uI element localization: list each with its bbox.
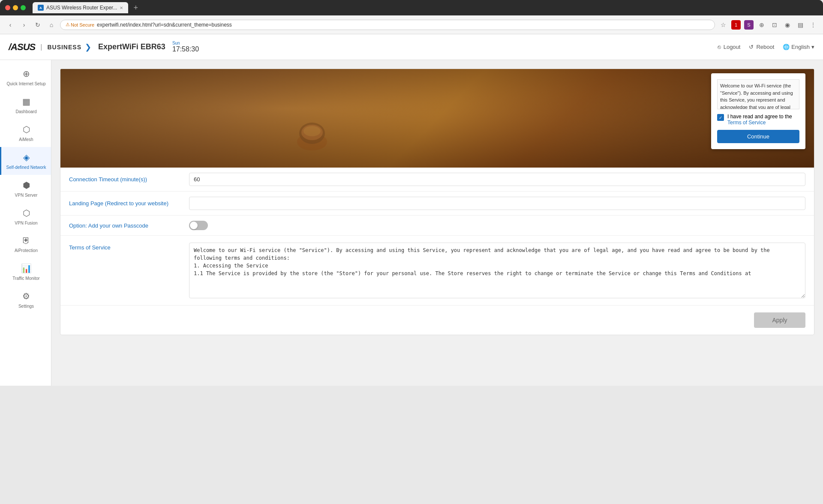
tab-favicon: A — [38, 5, 44, 11]
brand: /ASUS | BUSINESS ❯ ExpertWiFi EBR63 — [9, 42, 165, 53]
traffic-monitor-icon: 📊 — [21, 263, 32, 273]
system-time: Sun 17:58:30 — [172, 41, 199, 53]
security-indicator: ⚠ Not Secure — [66, 22, 94, 27]
url-text: expertwifi.net/index.html?url=sdn&curren… — [97, 22, 232, 28]
logout-button[interactable]: ⎋ Logout — [718, 44, 741, 50]
minimize-dot[interactable] — [13, 5, 18, 10]
sidebar-item-label: Quick Internet Setup — [6, 81, 45, 86]
settings-icon: ⚙ — [22, 291, 30, 301]
sidebar-item-traffic-monitor[interactable]: 📊 Traffic Monitor — [0, 258, 51, 286]
close-dot[interactable] — [5, 5, 10, 10]
landing-page-label: Landing Page (Redirect to your website) — [69, 200, 189, 207]
terms-overlay-popup: Welcome to our Wi-Fi service (the "Servi… — [711, 73, 805, 149]
sidebar-icon[interactable]: ▤ — [796, 21, 805, 28]
maximize-dot[interactable] — [21, 5, 26, 10]
new-tab-button[interactable]: + — [133, 3, 138, 12]
sidebar-item-aimesh[interactable]: ⬡ AiMesh — [0, 119, 51, 147]
brand-arrow-icon: ❯ — [85, 42, 91, 52]
terms-of-service-textarea[interactable]: Welcome to our Wi-Fi service (the "Servi… — [189, 243, 805, 298]
browser-titlebar: A ASUS Wireless Router Exper... ✕ + — [0, 0, 823, 15]
vpn-server-icon: ⬢ — [23, 180, 30, 190]
quick-internet-icon: ⊕ — [23, 69, 30, 79]
terms-agree-section: ✓ I have read and agree to the Terms of … — [717, 114, 799, 126]
extension-icon-2[interactable]: S — [744, 20, 754, 30]
sidebar-item-label: AiProtection — [15, 248, 38, 253]
bookmark-icon[interactable]: ☆ — [718, 21, 728, 28]
content-panel: Welcome to our Wi-Fi service (the "Servi… — [60, 69, 814, 335]
toggle-track[interactable] — [189, 221, 208, 230]
content-area: Welcome to our Wi-Fi service (the "Servi… — [51, 60, 823, 386]
language-selector[interactable]: 🌐 English ▾ — [783, 44, 814, 50]
browser-toolbar: ‹ › ↻ ⌂ ⚠ Not Secure expertwifi.net/inde… — [0, 15, 823, 34]
extensions-icon[interactable]: ⊕ — [757, 21, 766, 28]
forward-button[interactable]: › — [19, 21, 29, 28]
terms-preview-text: Welcome to our Wi-Fi service (the "Servi… — [720, 83, 793, 109]
sidebar-item-dashboard[interactable]: ▦ Dashboard — [0, 91, 51, 119]
sidebar-item-label: Settings — [18, 304, 34, 309]
sidebar-item-label: Dashboard — [16, 109, 37, 114]
passcode-toggle[interactable] — [189, 221, 208, 230]
landing-page-control — [189, 197, 805, 210]
profile-icon[interactable]: ◉ — [783, 21, 792, 28]
preview-background — [60, 69, 814, 168]
logout-label: Logout — [724, 44, 741, 50]
connection-timeout-label: Connection Timeout (minute(s)) — [69, 176, 189, 183]
system-time-value: 17:58:30 — [172, 45, 199, 53]
toggle-knob — [190, 222, 198, 229]
terms-of-service-link[interactable]: Terms of Service — [727, 120, 766, 126]
sidebar-item-vpn-server[interactable]: ⬢ VPN Server — [0, 175, 51, 203]
sidebar-item-vpn-fusion[interactable]: ⬡ VPN Fusion — [0, 203, 51, 231]
passcode-toggle-control — [189, 221, 805, 230]
sidebar-item-label: Self-defined Network — [6, 165, 46, 170]
landing-page-input[interactable] — [189, 197, 805, 210]
self-defined-icon: ◈ — [23, 152, 30, 162]
sidebar-item-quick-internet[interactable]: ⊕ Quick Internet Setup — [0, 63, 51, 91]
agree-text: I have read and agree to the Terms of Se… — [727, 114, 799, 126]
terms-of-service-label: Terms of Service — [69, 243, 189, 251]
brand-logo: /ASUS — [9, 42, 35, 53]
landing-page-row: Landing Page (Redirect to your website) — [60, 192, 814, 216]
sidebar-item-settings[interactable]: ⚙ Settings — [0, 286, 51, 314]
aiprotection-icon: ⛨ — [22, 236, 30, 246]
browser-tab[interactable]: A ASUS Wireless Router Exper... ✕ — [33, 2, 128, 13]
header-actions: ⎋ Logout ↺ Reboot 🌐 English ▾ — [718, 44, 814, 50]
browser-toolbar-icons: ☆ 1 S ⊕ ⊡ ◉ ▤ ⋮ — [718, 20, 818, 30]
reboot-button[interactable]: ↺ Reboot — [749, 44, 774, 50]
passcode-option-row: Option: Add your own Passcode — [60, 216, 814, 236]
router-name: ExpertWiFi EBR63 — [98, 42, 165, 51]
coffee-image — [60, 69, 814, 168]
main-layout: ⊕ Quick Internet Setup ▦ Dashboard ⬡ AiM… — [0, 60, 823, 386]
window-controls — [5, 5, 26, 10]
menu-icon[interactable]: ⋮ — [808, 21, 818, 28]
reboot-label: Reboot — [756, 44, 774, 50]
app-header: /ASUS | BUSINESS ❯ ExpertWiFi EBR63 Sun … — [0, 34, 823, 60]
apply-section: Apply — [60, 306, 814, 335]
connection-timeout-control — [189, 173, 805, 186]
tab-close-button[interactable]: ✕ — [120, 6, 123, 10]
tab-title: ASUS Wireless Router Exper... — [46, 5, 117, 11]
back-button[interactable]: ‹ — [5, 21, 15, 28]
sidebar-item-label: VPN Server — [15, 193, 38, 198]
dashboard-icon: ▦ — [22, 96, 30, 107]
agree-checkbox[interactable]: ✓ — [717, 114, 724, 121]
sidebar-item-self-defined[interactable]: ◈ Self-defined Network — [0, 147, 51, 175]
svg-point-3 — [303, 126, 321, 136]
terms-scroll-preview[interactable]: Welcome to our Wi-Fi service (the "Servi… — [717, 79, 799, 109]
home-button[interactable]: ⌂ — [46, 21, 57, 28]
continue-button[interactable]: Continue — [717, 130, 799, 143]
chevron-down-icon: ▾ — [811, 44, 814, 50]
apply-button[interactable]: Apply — [754, 312, 805, 328]
sidebar-item-aiprotection[interactable]: ⛨ AiProtection — [0, 231, 51, 258]
refresh-button[interactable]: ↻ — [33, 21, 43, 28]
preview-section: Welcome to our Wi-Fi service (the "Servi… — [60, 69, 814, 168]
address-bar[interactable]: ⚠ Not Secure expertwifi.net/index.html?u… — [60, 20, 715, 30]
sidebar-item-label: AiMesh — [19, 137, 33, 142]
cast-icon[interactable]: ⊡ — [770, 21, 779, 28]
globe-icon: 🌐 — [783, 44, 790, 50]
connection-timeout-input[interactable] — [189, 173, 805, 186]
coffee-overlay — [60, 69, 814, 168]
logout-icon: ⎋ — [718, 44, 721, 50]
extension-icon-1[interactable]: 1 — [731, 20, 741, 30]
sidebar: ⊕ Quick Internet Setup ▦ Dashboard ⬡ AiM… — [0, 60, 51, 386]
brand-divider: | — [40, 43, 42, 51]
